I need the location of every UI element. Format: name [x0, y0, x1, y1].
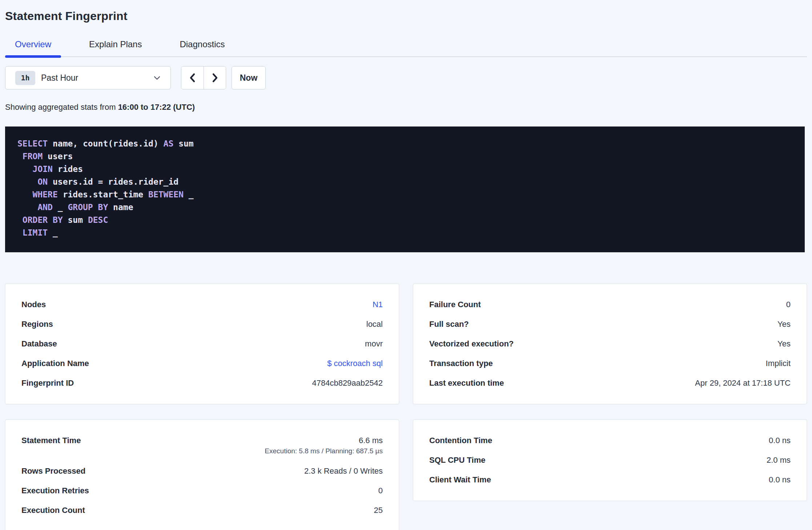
- info-value: 0.0 ns: [769, 475, 791, 484]
- info-label: Client Wait Time: [429, 475, 491, 485]
- info-row: Execution Count25: [21, 501, 383, 520]
- info-value-link[interactable]: $ cockroach sql: [327, 359, 383, 368]
- sql-keyword: FROM: [23, 152, 43, 161]
- time-range-label: Past Hour: [41, 73, 152, 83]
- sql-keyword: ORDER BY: [23, 215, 63, 225]
- info-value: Apr 29, 2024 at 17:18 UTC: [695, 378, 791, 388]
- sql-line: LIMIT _: [17, 226, 792, 239]
- sql-text: users: [43, 152, 73, 161]
- info-value: Implicit: [766, 359, 791, 368]
- sql-keyword: LIMIT: [23, 228, 48, 237]
- stats-caption: Showing aggregated stats from 16:00 to 1…: [5, 103, 807, 112]
- sql-statement-box: SELECT name, count(rides.id) AS sum FROM…: [5, 127, 805, 252]
- info-value: local: [366, 320, 383, 329]
- info-row: Databasemovr: [21, 334, 383, 354]
- info-value-block: 4784cb829aab2542: [312, 378, 383, 388]
- sql-text: [17, 164, 33, 174]
- info-row: Regionslocal: [21, 314, 383, 334]
- info-value: 4784cb829aab2542: [312, 378, 383, 388]
- prev-time-button[interactable]: [181, 67, 204, 89]
- sql-text: [17, 215, 23, 225]
- info-value-block: 0.0 ns: [769, 435, 791, 446]
- info-label: Regions: [21, 319, 53, 329]
- info-label: Vectorized execution?: [429, 339, 514, 349]
- sql-text: rides.start_time: [58, 190, 148, 199]
- info-value-block: 0: [786, 300, 791, 310]
- time-range-dropdown[interactable]: 1h Past Hour: [5, 66, 171, 89]
- sql-text: _: [48, 228, 58, 237]
- tab-overview[interactable]: Overview: [5, 34, 61, 56]
- info-value: 0: [786, 300, 791, 309]
- sql-line: ON users.id = rides.rider_id: [17, 176, 792, 188]
- info-label: Execution Retries: [21, 486, 89, 496]
- sql-keyword: ON: [37, 177, 48, 186]
- sql-keyword: AND: [37, 202, 53, 212]
- time-controls: 1h Past Hour: [5, 66, 807, 89]
- sql-text: _: [184, 190, 194, 199]
- sql-line: WHERE rides.start_time BETWEEN _: [17, 188, 792, 201]
- info-value: 2.0 ms: [767, 455, 791, 465]
- info-value-block: 2.3 k Reads / 0 Writes: [304, 466, 383, 476]
- sql-line: FROM users: [17, 150, 792, 163]
- info-row: Client Wait Time0.0 ns: [429, 470, 791, 490]
- info-row: Full scan?Yes: [429, 314, 791, 334]
- info-value-block: Yes: [777, 339, 791, 349]
- info-value: Yes: [777, 320, 791, 329]
- sql-text: name: [108, 202, 133, 212]
- card-statement-statistics: Statement Time6.6 msExecution: 5.8 ms / …: [5, 419, 399, 530]
- page-title: Statement Fingerprint: [5, 9, 807, 23]
- info-value: 25: [374, 506, 383, 515]
- info-label: Execution Count: [21, 505, 85, 515]
- info-row: Execution Retries0: [21, 481, 383, 501]
- info-subvalue: Execution: 5.8 ms / Planning: 687.5 µs: [265, 446, 383, 457]
- info-value-block: N1: [373, 300, 383, 310]
- info-label: Fingerprint ID: [21, 378, 74, 388]
- info-value-block: local: [366, 319, 383, 329]
- time-range-badge: 1h: [15, 71, 35, 85]
- info-label: Rows Processed: [21, 466, 85, 476]
- sql-keyword: GROUP BY: [68, 202, 108, 212]
- card-statement-details: NodesN1RegionslocalDatabasemovrApplicati…: [5, 284, 399, 404]
- info-label: Database: [21, 339, 57, 349]
- sql-text: [17, 177, 37, 186]
- sql-keyword: BETWEEN: [148, 190, 184, 199]
- next-time-button[interactable]: [204, 67, 226, 89]
- info-value: 2.3 k Reads / 0 Writes: [304, 466, 383, 475]
- info-row: Contention Time0.0 ns: [429, 431, 791, 450]
- time-step-group: [181, 66, 226, 89]
- info-value-block: 0: [378, 486, 383, 496]
- chevron-down-icon: [152, 73, 162, 83]
- sql-text: [17, 190, 33, 199]
- info-label: Full scan?: [429, 319, 469, 329]
- info-value-block: 25: [374, 505, 383, 515]
- info-label: Nodes: [21, 300, 46, 310]
- info-value-block: 0.0 ns: [769, 475, 791, 485]
- info-row: Vectorized execution?Yes: [429, 334, 791, 354]
- info-value: Yes: [777, 339, 791, 348]
- info-value: movr: [365, 339, 383, 348]
- info-value-block: Yes: [777, 319, 791, 329]
- sql-keyword: DESC: [88, 215, 108, 225]
- info-label: Last execution time: [429, 378, 504, 388]
- summary-cards: NodesN1RegionslocalDatabasemovrApplicati…: [5, 284, 807, 530]
- info-row: Statement Time6.6 msExecution: 5.8 ms / …: [21, 431, 383, 461]
- tab-diagnostics[interactable]: Diagnostics: [170, 34, 234, 56]
- sql-keyword: SELECT: [17, 139, 48, 148]
- stats-caption-prefix: Showing aggregated stats from: [5, 103, 118, 112]
- now-button[interactable]: Now: [232, 66, 266, 89]
- sql-text: [17, 228, 23, 237]
- info-row: Application Name$ cockroach sql: [21, 354, 383, 373]
- sql-text: _: [53, 202, 68, 212]
- sql-line: JOIN rides: [17, 163, 792, 176]
- info-row: Rows Processed2.3 k Reads / 0 Writes: [21, 461, 383, 481]
- sql-text: [17, 202, 37, 212]
- info-value: 0: [378, 486, 383, 495]
- tab-explain-plans[interactable]: Explain Plans: [79, 34, 152, 56]
- info-row: Transaction typeImplicit: [429, 354, 791, 373]
- info-value-link[interactable]: N1: [373, 300, 383, 309]
- info-value-block: movr: [365, 339, 383, 349]
- sql-text: [17, 152, 23, 161]
- sql-keyword: JOIN: [33, 164, 53, 174]
- sql-text: sum: [63, 215, 88, 225]
- sql-keyword: AS: [164, 139, 174, 148]
